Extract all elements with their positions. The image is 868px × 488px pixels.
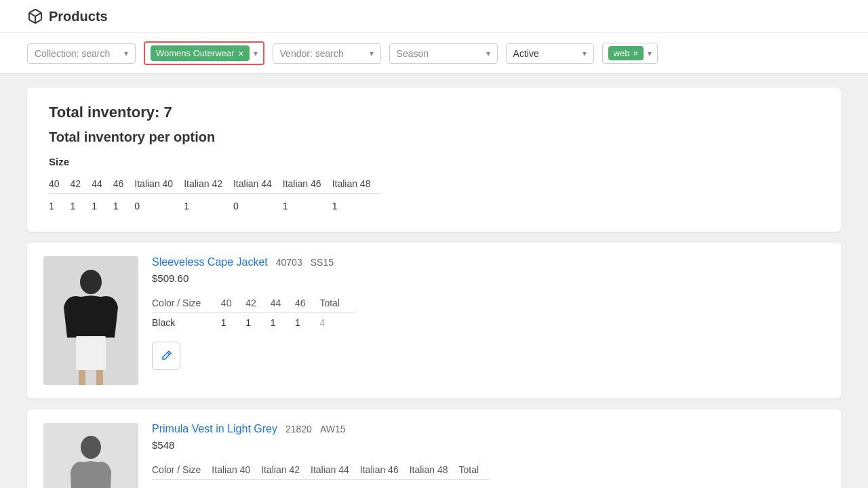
size-header-cell: Italian 48: [332, 174, 382, 194]
variant-header: 42: [245, 293, 270, 313]
edit-button-1[interactable]: [152, 342, 180, 370]
channel-tag-label: web: [614, 48, 630, 58]
variant-qty: 1: [295, 313, 319, 333]
product-price-2: $548: [152, 439, 825, 451]
product-details-1: Sleeveless Cape Jacket 40703 SS15 $509.6…: [152, 256, 825, 385]
product-link-1[interactable]: Sleeveless Cape Jacket: [152, 256, 268, 268]
product-variants-table-2: Color / SizeItalian 40Italian 42Italian …: [152, 460, 490, 480]
size-header-cell: Italian 46: [283, 174, 332, 194]
collection-chevron: ▾: [124, 49, 128, 58]
variants-header-row: Color / Size40424446Total: [152, 293, 355, 313]
product-details-2: Primula Vest in Light Grey 21820 AW15 $5…: [152, 423, 825, 488]
size-value-cell: 0: [134, 194, 184, 216]
product-price-1: $509.60: [152, 272, 825, 284]
size-header-cell: 44: [92, 174, 113, 194]
size-header-cell: Italian 44: [233, 174, 283, 194]
product-image-svg-1: [43, 256, 138, 385]
variant-header: Italian 44: [311, 460, 360, 480]
product-title-row-1: Sleeveless Cape Jacket 40703 SS15: [152, 256, 825, 268]
product-code-1: 40703: [276, 257, 302, 268]
product-link-2[interactable]: Primula Vest in Light Grey: [152, 423, 277, 435]
product-image-svg-2: [43, 423, 138, 488]
channel-filter[interactable]: web × ▾: [602, 43, 658, 64]
category-tag: Womens Outerwear ×: [151, 45, 250, 61]
variant-header: Italian 42: [261, 460, 311, 480]
collection-placeholder: Collection: search: [35, 48, 110, 59]
per-option-heading: Total inventory per option: [49, 129, 819, 145]
variant-header: Color / Size: [152, 460, 212, 480]
svg-rect-3: [76, 336, 106, 370]
size-value-cell: 1: [92, 194, 113, 216]
category-filter[interactable]: Womens Outerwear × ▾: [144, 41, 264, 65]
variant-header: 40: [221, 293, 245, 313]
variant-total: 4: [319, 313, 355, 333]
size-header-cell: 40: [49, 174, 71, 194]
page-title-text: Products: [49, 9, 108, 24]
summary-card: Total inventory: 7 Total inventory per o…: [27, 87, 841, 232]
season-filter[interactable]: Season ▾: [389, 43, 498, 64]
product-image-2: [43, 423, 138, 488]
size-label: Size: [49, 156, 819, 167]
size-header-cell: Italian 40: [134, 174, 184, 194]
variant-row: Black11114: [152, 313, 355, 333]
channel-chevron: ▾: [648, 49, 652, 58]
size-header-cell: 42: [71, 174, 92, 194]
size-value-cell: 1: [332, 194, 382, 216]
variant-header: 44: [271, 293, 295, 313]
variant-header: Italian 46: [360, 460, 410, 480]
size-value-cell: 1: [113, 194, 135, 216]
product-image-1: [43, 256, 138, 385]
product-season-2: AW15: [320, 424, 346, 434]
variant-header: Color / Size: [152, 293, 221, 313]
variant-header: 46: [295, 293, 319, 313]
vendor-chevron: ▾: [370, 49, 374, 58]
category-tag-label: Womens Outerwear: [156, 48, 234, 58]
product-card-1: Sleeveless Cape Jacket 40703 SS15 $509.6…: [27, 243, 841, 399]
product-variants-table-1: Color / Size40424446TotalBlack11114: [152, 293, 355, 332]
filters-bar: Collection: search ▾ Womens Outerwear × …: [0, 33, 868, 74]
product-2-headers-row: Color / SizeItalian 40Italian 42Italian …: [152, 460, 490, 480]
season-placeholder: Season: [397, 48, 429, 59]
variant-header: Italian 40: [212, 460, 261, 480]
vendor-filter[interactable]: Vendor: search ▾: [273, 43, 381, 64]
season-chevron: ▾: [486, 49, 490, 58]
channel-tag-close[interactable]: ×: [633, 48, 638, 58]
variant-qty: 1: [271, 313, 295, 333]
size-header-cell: 46: [113, 174, 135, 194]
size-value-cell: 0: [233, 194, 283, 216]
variant-header: Total: [459, 460, 490, 480]
size-value-cell: 1: [71, 194, 92, 216]
box-icon: [27, 8, 43, 24]
size-value-cell: 1: [49, 194, 71, 216]
total-inventory-heading: Total inventory: 7: [49, 104, 819, 121]
vendor-placeholder: Vendor: search: [280, 48, 344, 59]
product-card-2: Primula Vest in Light Grey 21820 AW15 $5…: [27, 409, 841, 488]
variant-header: Total: [319, 293, 355, 313]
size-values-row: 111101011: [49, 194, 381, 216]
page-title: Products: [27, 8, 108, 24]
svg-point-7: [81, 436, 101, 459]
size-table: 40424446Italian 40Italian 42Italian 44It…: [49, 174, 381, 216]
category-chevron: ▾: [254, 49, 258, 58]
main-content: Total inventory: 7 Total inventory per o…: [0, 74, 868, 488]
svg-rect-5: [96, 370, 103, 385]
status-chevron: ▾: [583, 49, 587, 58]
edit-icon: [160, 350, 172, 362]
size-header-cell: Italian 42: [184, 174, 233, 194]
product-code-2: 21820: [285, 424, 312, 434]
svg-rect-4: [79, 370, 85, 385]
product-season-1: SS15: [311, 257, 334, 268]
size-value-cell: 1: [184, 194, 233, 216]
status-value: Active: [513, 48, 539, 59]
category-tag-close[interactable]: ×: [238, 49, 243, 58]
collection-filter[interactable]: Collection: search ▾: [27, 43, 136, 64]
app-header: Products: [0, 0, 868, 33]
channel-tag: web ×: [608, 46, 644, 60]
size-headers-row: 40424446Italian 40Italian 42Italian 44It…: [49, 174, 381, 194]
status-filter[interactable]: Active ▾: [506, 43, 594, 64]
product-title-row-2: Primula Vest in Light Grey 21820 AW15: [152, 423, 825, 435]
variant-qty: 1: [245, 313, 270, 333]
svg-point-2: [80, 270, 102, 294]
size-value-cell: 1: [283, 194, 332, 216]
variant-color: Black: [152, 313, 221, 333]
